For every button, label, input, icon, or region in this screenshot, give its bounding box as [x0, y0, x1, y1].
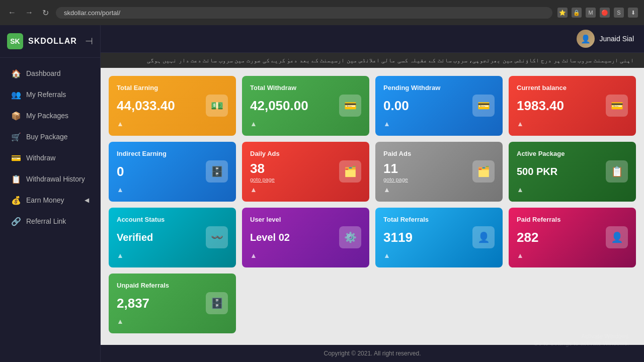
total-earning-arrow: ▲: [117, 120, 228, 128]
user-level-arrow: ▲: [250, 251, 361, 259]
indirect-earning-icon: 🗄️: [211, 165, 223, 177]
sidebar-item-dashboard[interactable]: 🏠 Dashboard: [3, 63, 97, 83]
card-total-referrals-row: 3119 👤: [383, 226, 495, 248]
sidebar-label-withdrawal-history: Withdrawal History: [26, 175, 89, 183]
account-status-arrow: ▲: [117, 251, 228, 259]
card-paid-ads-row: 11 goto page 🗂️: [383, 160, 495, 183]
card-paid-referrals-label: Paid Referrals: [517, 216, 628, 223]
main-area: 👤 Junaid Sial اپنی ارسیمنٹ سروب سائٹ پر …: [101, 25, 644, 362]
card-pending-withdraw[interactable]: Pending Withdraw 0.00 💳 ▲: [375, 76, 503, 136]
card-paid-referrals-value: 282: [517, 230, 538, 245]
card-pending-withdraw-label: Pending Withdraw: [383, 84, 495, 92]
card-paid-referrals[interactable]: Paid Referrals 282 👤 ▲: [509, 208, 636, 267]
sidebar-item-my-packages[interactable]: 📦 My Packages: [3, 106, 97, 126]
forward-button[interactable]: →: [23, 6, 35, 19]
card-daily-ads-row: 38 goto page 🗂️: [250, 160, 361, 183]
card-daily-ads-label: Daily Ads: [250, 150, 361, 157]
url-text: skdollar.com/portal/: [64, 9, 120, 17]
total-withdraw-icon: 💳: [344, 100, 357, 112]
card-user-level[interactable]: User level Level 02 ⚙️ ▲: [242, 208, 369, 267]
cards-row-3: Account Status Verified 〰️ ▲ User level …: [109, 208, 636, 267]
withdraw-icon: 💳: [11, 153, 21, 163]
card-indirect-earning-value: 0: [117, 164, 124, 179]
sidebar-collapse-button[interactable]: ⊣: [85, 36, 93, 47]
sidebar-label-dashboard: Dashboard: [26, 69, 89, 77]
card-unpaid-referrals[interactable]: Unpaid Referrals 2,837 🗄️ ▲: [109, 274, 236, 333]
indirect-earning-arrow: ▲: [117, 186, 228, 194]
card-total-withdraw[interactable]: Total Withdraw 42,050.00 💳 ▲: [242, 76, 369, 136]
address-bar[interactable]: skdollar.com/portal/: [56, 7, 552, 19]
logo-icon: SK: [7, 33, 23, 49]
sidebar-label-buy-package: Buy Package: [26, 133, 89, 141]
pending-withdraw-icon-box: 💳: [472, 95, 495, 117]
card-total-referrals[interactable]: Total Referrals 3119 👤 ▲: [375, 208, 503, 267]
buy-package-icon: 🛒: [11, 132, 21, 142]
sidebar-label-my-packages: My Packages: [26, 112, 89, 120]
card-active-package[interactable]: Active Package 500 PKR 📋 ▲: [509, 142, 636, 202]
pending-withdraw-icon: 💳: [477, 100, 490, 112]
sidebar-item-withdrawal-history[interactable]: 📋 Withdrawal History: [3, 169, 97, 189]
sidebar-label-earn-money: Earn Money: [26, 196, 79, 204]
sidebar-item-withdraw[interactable]: 💳 Withdraw: [3, 148, 97, 168]
total-earning-icon: 💵: [211, 100, 223, 112]
sidebar-item-referral-link[interactable]: 🔗 Referral Link: [3, 211, 97, 231]
sidebar-item-buy-package[interactable]: 🛒 Buy Package: [3, 127, 97, 147]
card-total-earning-label: Total Earning: [117, 84, 228, 92]
active-package-arrow: ▲: [517, 186, 628, 194]
paid-ads-link[interactable]: goto page: [383, 176, 408, 183]
refresh-button[interactable]: ↻: [40, 6, 51, 20]
daily-ads-icon-box: 🗂️: [339, 160, 361, 183]
app-layout: SK SKDOLLAR ⊣ 🏠 Dashboard 👥 My Referrals…: [0, 25, 644, 362]
card-current-balance-row: 1983.40 💳: [517, 95, 628, 117]
total-earning-icon-box: 💵: [206, 95, 228, 117]
referral-link-icon: 🔗: [11, 216, 21, 226]
logo-text: SKDOLLAR: [28, 37, 77, 46]
card-account-status[interactable]: Account Status Verified 〰️ ▲: [109, 208, 236, 267]
card-pending-withdraw-row: 0.00 💳: [383, 95, 495, 117]
browser-ext-5: S: [614, 8, 624, 18]
back-button[interactable]: ←: [6, 6, 18, 19]
earn-money-arrow: ◀: [85, 197, 89, 204]
card-indirect-earning-row: 0 🗄️: [117, 160, 228, 183]
dashboard-icon: 🏠: [11, 68, 21, 78]
card-active-package-row: 500 PKR 📋: [517, 160, 628, 183]
current-balance-icon-box: 💳: [606, 95, 628, 117]
current-balance-icon: 💳: [611, 100, 623, 112]
cards-row-2: Indirect Earning 0 🗄️ ▲ Daily Ads 38: [109, 142, 636, 202]
card-total-referrals-value: 3119: [383, 230, 413, 245]
card-account-status-value: Verified: [117, 232, 153, 243]
card-active-package-value: 500 PKR: [517, 166, 557, 177]
avatar: 👤: [577, 30, 595, 48]
user-name: Junaid Sial: [600, 35, 634, 43]
footer-text: Copyright © 2021. All right reserved.: [324, 350, 421, 357]
card-daily-ads[interactable]: Daily Ads 38 goto page 🗂️ ▲: [242, 142, 369, 202]
browser-ext-6: ⬇: [628, 8, 638, 18]
unpaid-referrals-arrow: ▲: [117, 317, 228, 325]
card-account-status-label: Account Status: [117, 216, 228, 223]
card-total-withdraw-label: Total Withdraw: [250, 84, 361, 92]
card-unpaid-referrals-label: Unpaid Referrals: [117, 282, 228, 289]
sidebar-item-my-referrals[interactable]: 👥 My Referrals: [3, 84, 97, 105]
card-paid-ads[interactable]: Paid Ads 11 goto page 🗂️ ▲: [375, 142, 503, 202]
current-balance-arrow: ▲: [517, 120, 628, 128]
card-paid-referrals-row: 282 👤: [517, 226, 628, 248]
card-paid-ads-value: 11: [383, 161, 408, 176]
withdrawal-history-icon: 📋: [11, 174, 21, 184]
sidebar-label-my-referrals: My Referrals: [26, 90, 89, 99]
card-pending-withdraw-value: 0.00: [383, 98, 409, 114]
card-current-balance[interactable]: Current balance 1983.40 💳 ▲: [509, 76, 636, 136]
sidebar-item-earn-money[interactable]: 💰 Earn Money ◀: [3, 190, 97, 210]
card-current-balance-label: Current balance: [517, 84, 628, 92]
user-info[interactable]: 👤 Junaid Sial: [577, 30, 634, 48]
browser-ext-2: 🔒: [572, 8, 582, 18]
top-header: 👤 Junaid Sial: [101, 25, 644, 53]
card-indirect-earning[interactable]: Indirect Earning 0 🗄️ ▲: [109, 142, 236, 202]
daily-ads-arrow: ▲: [250, 186, 361, 194]
earn-money-icon: 💰: [11, 195, 21, 205]
card-user-level-value: Level 02: [250, 232, 290, 243]
account-status-icon-box: 〰️: [206, 226, 228, 248]
daily-ads-link[interactable]: goto page: [250, 176, 275, 183]
sidebar-nav: 🏠 Dashboard 👥 My Referrals 📦 My Packages…: [0, 58, 100, 362]
card-total-earning[interactable]: Total Earning 44,033.40 💵 ▲: [109, 76, 236, 136]
notice-text: اپنی ارسیمنٹ سروب سائٹ پر درج اکاؤنٹس می…: [111, 57, 634, 64]
